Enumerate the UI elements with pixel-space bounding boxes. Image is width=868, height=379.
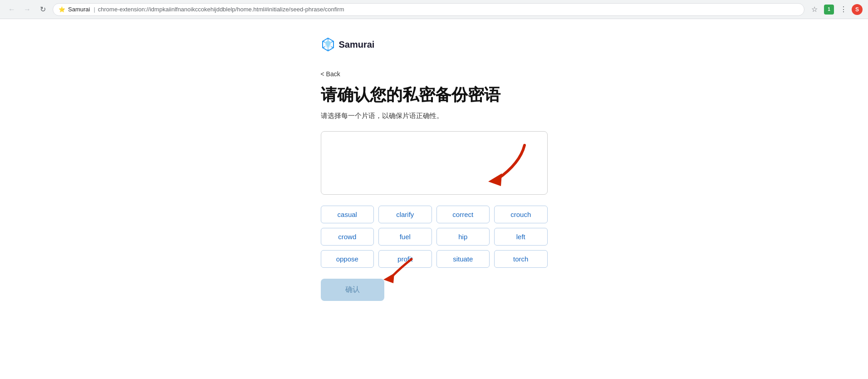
forward-button[interactable]: →: [21, 3, 34, 16]
logo-area: Samurai: [321, 37, 548, 52]
word-button-oppose[interactable]: oppose: [321, 250, 374, 268]
main-container: Samurai < Back 请确认您的私密备份密语 请选择每一个片语，以确保片…: [321, 37, 548, 361]
browser-controls: ← → ↻: [5, 3, 49, 16]
menu-button[interactable]: ⋮: [837, 3, 850, 16]
confirm-area: 确认: [321, 279, 384, 301]
address-bar[interactable]: ⭐ Samurai | chrome-extension://idmpkaiin…: [53, 3, 804, 16]
url-text: chrome-extension://idmpkaiinlfnanoikccok…: [98, 6, 344, 13]
browser-actions: ☆ 1 ⋮ S: [808, 3, 863, 16]
page-subtitle: 请选择每一个片语，以确保片语正确性。: [321, 112, 548, 120]
word-button-hip[interactable]: hip: [436, 228, 490, 246]
lock-icon: ⭐: [59, 6, 65, 13]
reload-button[interactable]: ↻: [36, 3, 49, 16]
confirm-button[interactable]: 确认: [321, 279, 384, 301]
word-button-situate[interactable]: situate: [436, 250, 490, 268]
svg-marker-10: [383, 273, 394, 283]
word-button-clarify[interactable]: clarify: [378, 206, 432, 223]
logo-icon: [321, 37, 335, 52]
page-title: 请确认您的私密备份密语: [321, 85, 548, 104]
avatar[interactable]: S: [852, 4, 863, 15]
word-button-torch[interactable]: torch: [494, 250, 548, 268]
back-link[interactable]: < Back: [321, 70, 340, 78]
back-button[interactable]: ←: [5, 3, 18, 16]
site-name: Samurai: [68, 6, 90, 13]
extension-icon: 1: [824, 5, 834, 15]
word-button-fuel[interactable]: fuel: [378, 228, 432, 246]
word-button-casual[interactable]: casual: [321, 206, 374, 223]
word-button-profit[interactable]: profit: [378, 250, 432, 268]
seed-drop-area[interactable]: [321, 131, 548, 195]
page-content: Samurai < Back 请确认您的私密备份密语 请选择每一个片语，以确保片…: [0, 19, 868, 379]
url-separator: |: [93, 6, 95, 13]
word-grid: casualclarifycorrectcrouchcrowdfuelhiple…: [321, 206, 548, 268]
extensions-button[interactable]: 1: [823, 3, 835, 16]
word-button-crouch[interactable]: crouch: [494, 206, 548, 223]
arrow-container: [461, 141, 534, 195]
star-button[interactable]: ☆: [808, 3, 821, 16]
word-button-correct[interactable]: correct: [436, 206, 490, 223]
word-button-left[interactable]: left: [494, 228, 548, 246]
logo-text: Samurai: [339, 39, 375, 50]
browser-chrome: ← → ↻ ⭐ Samurai | chrome-extension://idm…: [0, 0, 868, 19]
svg-marker-9: [488, 173, 502, 186]
word-button-crowd[interactable]: crowd: [321, 228, 374, 246]
